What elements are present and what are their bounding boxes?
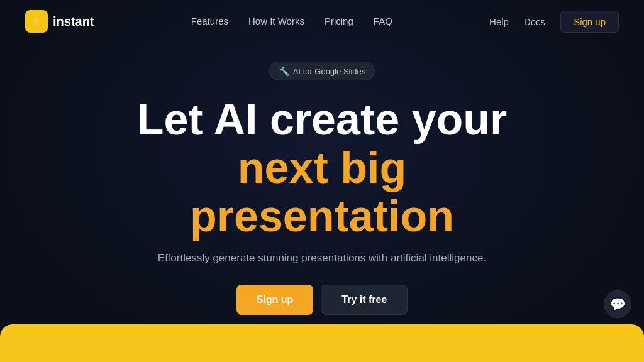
nav-item-faq[interactable]: FAQ — [374, 16, 392, 27]
nav-link-how-it-works[interactable]: How It Works — [248, 16, 304, 26]
hero-subtitle: Effortlessly generate stunning presentat… — [158, 252, 486, 265]
badge-icon: 🔧 — [279, 66, 289, 76]
try-free-button[interactable]: Try it free — [321, 285, 408, 315]
nav-links: Features How It Works Pricing FAQ — [191, 16, 392, 27]
hero-headline: Let AI create your next big presentation — [102, 96, 542, 241]
page-wrapper: ⚡ instant Features How It Works Pricing … — [0, 0, 644, 362]
nav-signup-button[interactable]: Sign up — [560, 11, 619, 33]
nav-link-help[interactable]: Help — [489, 16, 509, 27]
headline-line1: Let AI create your — [137, 95, 508, 144]
nav-link-features[interactable]: Features — [191, 16, 228, 26]
hero-badge: 🔧 AI for Google Slides — [269, 62, 375, 80]
logo-icon: ⚡ — [25, 10, 48, 33]
bottom-bar — [0, 324, 644, 362]
nav-item-pricing[interactable]: Pricing — [325, 16, 353, 27]
nav-right: Help Docs Sign up — [489, 11, 619, 33]
nav-link-pricing[interactable]: Pricing — [325, 16, 353, 26]
cta-buttons: Sign up Try it free — [236, 285, 408, 315]
nav-item-features[interactable]: Features — [191, 16, 228, 27]
logo-text: instant — [53, 14, 94, 29]
chat-button[interactable]: 💬 — [604, 290, 631, 318]
signup-button[interactable]: Sign up — [236, 285, 314, 315]
nav-link-faq[interactable]: FAQ — [374, 16, 392, 26]
logo[interactable]: ⚡ instant — [25, 10, 94, 33]
hero-section: 🔧 AI for Google Slides Let AI create you… — [0, 43, 644, 315]
nav-item-how-it-works[interactable]: How It Works — [248, 16, 304, 27]
navbar: ⚡ instant Features How It Works Pricing … — [0, 0, 644, 43]
badge-text: AI for Google Slides — [293, 67, 366, 76]
logo-bolt: ⚡ — [30, 14, 43, 28]
nav-link-docs[interactable]: Docs — [524, 16, 545, 27]
chat-icon: 💬 — [610, 297, 626, 312]
headline-line2: next big presentation — [102, 144, 542, 241]
